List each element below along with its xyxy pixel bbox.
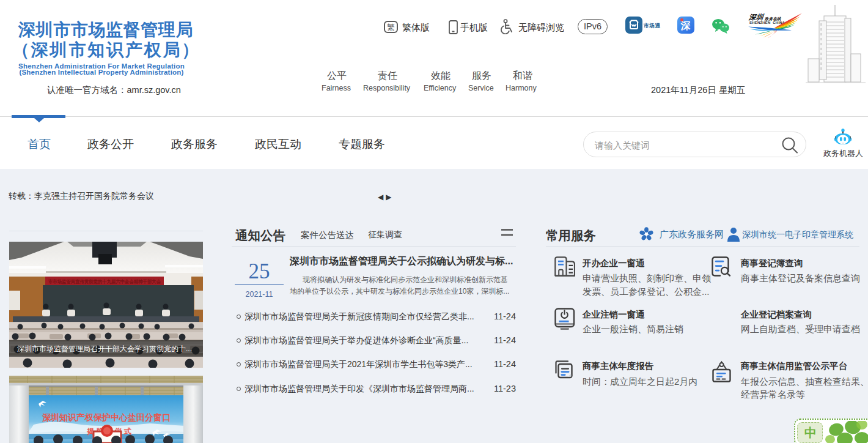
svg-text:市市场监管局宣传贯彻党的十九届六中全会精神干部大会: 市市场监管局宣传贯彻党的十九届六中全会精神干部大会 [48,278,161,285]
svg-text:深圳知识产权保护中心盐田分窗口: 深圳知识产权保护中心盐田分窗口 [42,412,171,422]
